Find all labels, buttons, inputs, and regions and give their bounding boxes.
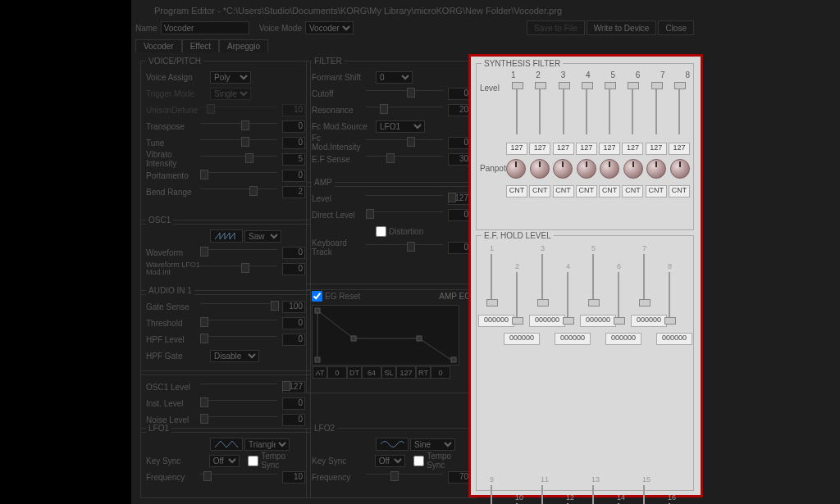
formant-shift-select[interactable]: 0 <box>376 71 413 84</box>
portamento-value[interactable]: 0 <box>282 170 305 182</box>
program-name-input[interactable] <box>161 21 249 34</box>
resonance-slider[interactable] <box>366 107 443 117</box>
lfo1-frequency-value[interactable]: 10 <box>282 471 305 484</box>
hpf-gate-select[interactable]: Disable <box>210 350 259 362</box>
save-to-file-button[interactable]: Save to File <box>527 20 585 35</box>
lfo2-keysync-select[interactable]: Off <box>375 455 405 467</box>
ef-sense-value[interactable]: 30 <box>448 153 471 166</box>
osc1-lfo1-modint-slider[interactable] <box>200 266 277 276</box>
lfo2-temposync-check[interactable]: Tempo Sync <box>413 452 471 470</box>
synth-level-slider-6[interactable] <box>626 82 639 139</box>
lfo2-wave-icon[interactable] <box>376 438 409 451</box>
synth-level-value-2[interactable]: 127 <box>529 143 550 155</box>
ef-hold-slider-4[interactable] <box>561 272 574 328</box>
inst-level-slider[interactable] <box>200 400 277 411</box>
ef-hold-value-8[interactable]: 000000 <box>656 333 692 345</box>
ef-hold-value-1[interactable]: 000000 <box>478 315 514 327</box>
keyboard-track-value[interactable]: 0 <box>448 242 471 254</box>
threshold-value[interactable]: 0 <box>282 317 305 329</box>
synth-level-value-5[interactable]: 127 <box>599 143 620 155</box>
tune-value[interactable]: 0 <box>282 137 305 149</box>
synth-level-slider-2[interactable] <box>533 82 546 139</box>
noise-level-slider[interactable] <box>200 416 277 427</box>
synth-level-slider-4[interactable] <box>580 82 593 139</box>
panpot-value-4[interactable]: CNT <box>576 185 597 198</box>
noise-level-value[interactable]: 0 <box>282 414 305 426</box>
ef-hold-value-6[interactable]: 000000 <box>605 333 641 345</box>
transpose-slider[interactable] <box>200 123 277 134</box>
ef-hold-value-5[interactable]: 000000 <box>580 315 616 327</box>
ef-hold-slider-8[interactable] <box>663 272 676 328</box>
adsr-rt-value[interactable]: 0 <box>431 366 450 379</box>
lfo1-frequency-slider[interactable] <box>200 474 277 484</box>
bend-range-slider[interactable] <box>200 188 277 199</box>
synth-level-value-1[interactable]: 127 <box>506 143 527 155</box>
ef-hold-slider-13[interactable] <box>587 485 600 504</box>
osc1-lfo1-modint-value[interactable]: 0 <box>282 263 305 275</box>
ef-hold-value-3[interactable]: 000000 <box>529 315 565 327</box>
ef-hold-slider-7[interactable] <box>637 254 651 310</box>
panpot-knob-4[interactable] <box>577 159 596 179</box>
synth-level-slider-3[interactable] <box>557 82 570 139</box>
lfo2-wave-select[interactable]: Sine <box>410 438 455 451</box>
synth-level-slider-7[interactable] <box>650 82 663 139</box>
inst-level-value[interactable]: 0 <box>282 397 305 410</box>
osc1-level-slider[interactable] <box>200 384 277 394</box>
voice-assign-select[interactable]: Poly <box>210 71 251 84</box>
panpot-knob-2[interactable] <box>530 159 550 179</box>
synth-level-slider-5[interactable] <box>603 82 616 139</box>
transpose-value[interactable]: 0 <box>282 120 305 133</box>
amp-eg-graph[interactable]: AT0 DT64 SL127 RT0 <box>312 305 459 366</box>
lfo1-temposync-check[interactable]: Tempo Sync <box>248 452 305 470</box>
cutoff-value[interactable]: 0 <box>448 88 471 100</box>
adsr-dt-value[interactable]: 64 <box>362 366 381 379</box>
eg-reset-check[interactable]: EG Reset <box>312 291 360 302</box>
ef-hold-value-4[interactable]: 000000 <box>555 333 591 345</box>
synth-level-value-3[interactable]: 127 <box>553 143 574 155</box>
bend-range-value[interactable]: 2 <box>282 186 305 198</box>
resonance-value[interactable]: 20 <box>448 104 471 116</box>
ef-hold-slider-3[interactable] <box>536 254 549 310</box>
osc1-waveform-slider[interactable] <box>200 249 277 260</box>
tab-arpeggio[interactable]: Arpeggio <box>219 39 268 52</box>
voice-mode-select[interactable]: Vocoder <box>305 21 354 34</box>
tab-effect[interactable]: Effect <box>182 39 219 52</box>
ef-hold-slider-15[interactable] <box>637 485 651 504</box>
panpot-value-2[interactable]: CNT <box>529 185 550 198</box>
adsr-sl-value[interactable]: 127 <box>396 366 416 379</box>
tab-vocoder[interactable]: Vocoder <box>135 39 182 52</box>
keyboard-track-slider[interactable] <box>366 244 443 255</box>
fc-mod-intensity-value[interactable]: 0 <box>448 137 471 149</box>
cutoff-slider[interactable] <box>366 90 443 101</box>
hpf-level-slider[interactable] <box>200 336 277 347</box>
ef-hold-slider-11[interactable] <box>536 485 549 504</box>
vibrato-intensity-slider[interactable] <box>200 156 277 166</box>
lfo1-wave-icon[interactable] <box>210 438 243 451</box>
osc1-wave-select[interactable]: Saw <box>244 230 281 243</box>
tune-slider[interactable] <box>200 139 277 150</box>
panpot-value-8[interactable]: CNT <box>669 185 690 198</box>
panpot-knob-3[interactable] <box>553 159 573 179</box>
synth-level-slider-8[interactable] <box>673 82 686 139</box>
write-to-device-button[interactable]: Write to Device <box>587 20 657 35</box>
synth-level-slider-1[interactable] <box>510 82 523 139</box>
lfo1-keysync-select[interactable]: Off <box>209 455 240 467</box>
ef-hold-slider-1[interactable] <box>485 254 498 310</box>
panpot-knob-8[interactable] <box>670 159 690 179</box>
panpot-value-5[interactable]: CNT <box>599 185 620 198</box>
direct-level-value[interactable]: 0 <box>448 209 471 221</box>
gate-sense-slider[interactable] <box>200 303 277 314</box>
distortion-check[interactable]: Distortion <box>376 226 423 237</box>
panpot-knob-6[interactable] <box>623 159 643 179</box>
lfo1-wave-select[interactable]: Triangle <box>244 438 290 451</box>
vibrato-intensity-value[interactable]: 5 <box>282 153 305 166</box>
panpot-value-3[interactable]: CNT <box>553 185 574 198</box>
panpot-value-1[interactable]: CNT <box>506 185 527 198</box>
panpot-knob-1[interactable] <box>506 159 526 179</box>
ef-sense-slider[interactable] <box>366 156 443 166</box>
ef-hold-value-7[interactable]: 000000 <box>631 315 667 327</box>
hpf-level-value[interactable]: 0 <box>282 334 305 346</box>
osc1-waveform-value[interactable]: 0 <box>282 247 305 259</box>
direct-level-slider[interactable] <box>366 211 443 222</box>
ef-hold-value-2[interactable]: 000000 <box>504 333 540 345</box>
